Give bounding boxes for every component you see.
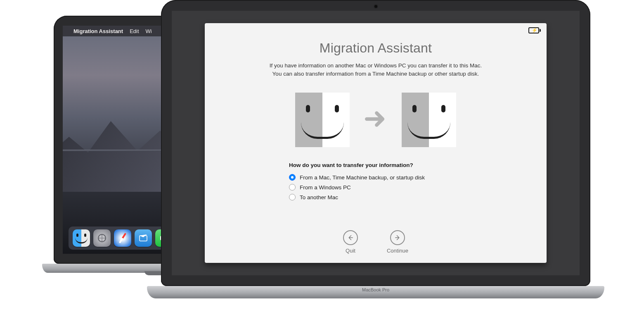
transfer-illustration [295,93,456,147]
arrow-left-icon [343,230,358,245]
front-laptop-bezel: ⚡ Migration Assistant If you have inform… [161,0,590,286]
option-label: To another Mac [300,194,338,200]
front-laptop-base: MacBook Pro [147,286,604,298]
laptop-model-label: MacBook Pro [362,287,389,292]
nav-buttons: Quit Continue [205,230,547,254]
button-label: Quit [346,248,355,254]
transfer-options: How do you want to transfer your informa… [289,162,462,204]
launchpad-icon[interactable] [93,229,111,247]
menubar-app-title[interactable]: Migration Assistant [73,28,123,34]
option-from-mac[interactable]: From a Mac, Time Machine backup, or star… [289,174,462,181]
front-laptop-screen: ⚡ Migration Assistant If you have inform… [172,11,580,275]
subtitle-line: If you have information on another Mac o… [270,62,482,70]
finder-source-icon [295,93,350,147]
page-subtitle: If you have information on another Mac o… [270,62,482,78]
menubar-item-window[interactable]: Wi [146,28,152,34]
radio-icon[interactable] [289,184,296,191]
subtitle-line: You can also transfer information from a… [270,70,482,78]
front-laptop: ⚡ Migration Assistant If you have inform… [161,0,590,303]
finder-destination-icon [402,93,456,147]
continue-button[interactable]: Continue [387,230,408,254]
button-label: Continue [387,248,408,254]
safari-icon[interactable] [114,229,131,247]
transfer-prompt: How do you want to transfer your informa… [289,162,462,168]
radio-icon[interactable] [289,174,296,181]
quit-button[interactable]: Quit [343,230,358,254]
migration-assistant-window: ⚡ Migration Assistant If you have inform… [205,23,547,263]
page-title: Migration Assistant [320,41,432,56]
camera-icon [374,5,377,8]
arrow-right-icon [364,107,388,133]
option-label: From a Mac, Time Machine backup, or star… [300,174,425,181]
mail-icon[interactable] [135,229,152,247]
finder-icon[interactable] [73,229,90,247]
radio-icon[interactable] [289,194,296,200]
menubar-item-edit[interactable]: Edit [130,28,139,34]
option-from-windows[interactable]: From a Windows PC [289,184,462,191]
option-label: From a Windows PC [300,184,351,191]
arrow-right-icon [390,230,405,245]
option-to-another-mac[interactable]: To another Mac [289,194,462,200]
battery-charging-icon: ⚡ [528,27,541,33]
